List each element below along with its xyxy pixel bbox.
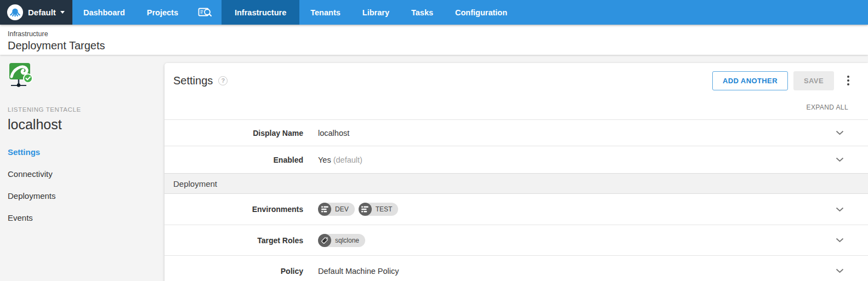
row-value: Yes (default) [318, 156, 362, 164]
sidebar-item-events[interactable]: Events [8, 213, 157, 222]
row-target-roles[interactable]: Target Roles sqlclone [164, 225, 868, 255]
add-another-button[interactable]: ADD ANOTHER [712, 71, 788, 90]
breadcrumb[interactable]: Infrastructure [8, 30, 48, 38]
row-value: localhost [318, 129, 349, 137]
nav-item-infrastructure[interactable]: Infrastructure [222, 0, 299, 25]
sidebar: LISTENING TENTACLE localhost Settings Co… [0, 55, 164, 281]
space-name: Default [28, 8, 56, 17]
row-label: Target Roles [164, 236, 303, 245]
caret-down-icon [60, 11, 65, 14]
sidebar-item-settings[interactable]: Settings [8, 147, 157, 157]
nav-item-projects[interactable]: Projects [136, 0, 189, 25]
expand-all-button[interactable]: EXPAND ALL [807, 104, 848, 111]
nav-items: Dashboard Projects Infrastructure Tenant… [72, 0, 518, 25]
card-toolbar: Settings ? ADD ANOTHER SAVE [164, 63, 868, 98]
chevron-down-icon[interactable] [836, 238, 844, 243]
environment-chips: DEV TEST [318, 203, 398, 216]
search-button[interactable] [189, 0, 222, 25]
row-label: Enabled [164, 156, 303, 164]
row-policy[interactable]: Policy Default Machine Policy [164, 255, 868, 281]
row-enabled[interactable]: Enabled Yes (default) [164, 146, 868, 173]
tentacle-healthy-icon [8, 62, 33, 92]
target-role-chip-sqlclone[interactable]: sqlclone [318, 234, 365, 247]
section-deployment: Deployment [164, 173, 868, 194]
chip-label: sqlclone [335, 237, 359, 244]
tag-icon [318, 234, 331, 247]
chevron-down-icon[interactable] [836, 207, 844, 212]
enabled-default-suffix: (default) [333, 156, 362, 164]
space-switcher[interactable]: Default [0, 0, 72, 25]
row-value: Default Machine Policy [318, 267, 399, 276]
section-label: Deployment [173, 179, 217, 188]
chevron-down-icon[interactable] [836, 157, 844, 162]
page-header: Infrastructure Deployment Targets [0, 25, 868, 55]
nav-item-dashboard[interactable]: Dashboard [72, 0, 136, 25]
row-display-name[interactable]: Display Name localhost [164, 119, 868, 146]
environment-icon [359, 203, 372, 216]
nav-item-tenants[interactable]: Tenants [299, 0, 351, 25]
expand-all-row: EXPAND ALL [164, 98, 868, 119]
chevron-down-icon[interactable] [836, 130, 844, 135]
top-nav: Default Dashboard Projects Infrastructur… [0, 0, 868, 25]
section-title: Settings [173, 74, 213, 87]
find-page-search-icon [198, 7, 213, 19]
enabled-value: Yes [318, 156, 331, 164]
environment-chip-dev[interactable]: DEV [318, 203, 355, 216]
octopus-logo-icon [7, 4, 23, 20]
row-environments[interactable]: Environments DEV [164, 194, 868, 225]
help-icon[interactable]: ? [218, 76, 228, 85]
row-label: Display Name [164, 129, 303, 137]
nav-item-tasks[interactable]: Tasks [400, 0, 444, 25]
machine-type-label: LISTENING TENTACLE [8, 106, 157, 113]
overflow-menu-icon[interactable] [844, 73, 852, 88]
page-title: Deployment Targets [8, 39, 868, 52]
sidebar-item-deployments[interactable]: Deployments [8, 191, 157, 200]
settings-card: Settings ? ADD ANOTHER SAVE EXPAND ALL D… [164, 63, 868, 281]
environment-icon [318, 203, 331, 216]
chip-label: DEV [335, 205, 349, 213]
nav-item-configuration[interactable]: Configuration [444, 0, 518, 25]
row-label: Environments [164, 205, 303, 214]
machine-name: localhost [8, 117, 157, 133]
environment-chip-test[interactable]: TEST [359, 203, 399, 216]
chevron-down-icon[interactable] [836, 268, 844, 273]
nav-item-library[interactable]: Library [351, 0, 400, 25]
target-role-chips: sqlclone [318, 234, 365, 247]
sidebar-nav: Settings Connectivity Deployments Events [8, 147, 157, 222]
chip-label: TEST [376, 205, 393, 213]
save-button[interactable]: SAVE [793, 71, 834, 90]
row-label: Policy [164, 267, 303, 276]
sidebar-item-connectivity[interactable]: Connectivity [8, 169, 157, 179]
